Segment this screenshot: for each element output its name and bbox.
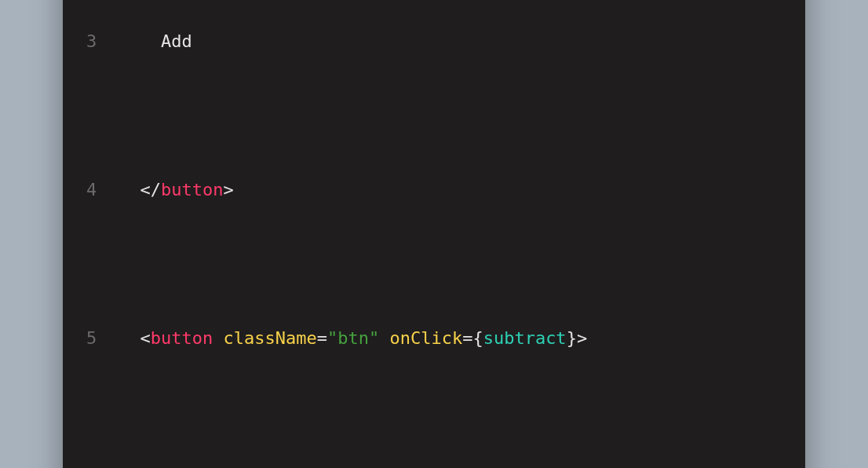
attr-classname: className [223,328,316,348]
indent [119,328,140,348]
punct-rbrace: } [567,328,577,348]
jsx-text-add: Add [161,31,192,51]
code-content: </button> [119,175,234,205]
space [213,328,223,348]
punct-lt: < [140,180,151,199]
line-number: 5 [86,324,119,353]
punct-gt: > [577,328,587,348]
line-number: 4 [86,175,119,205]
code-block: 1 <div> 2 <button className="btn" onClic… [86,0,782,468]
indent [119,180,140,199]
punct-lbrace: { [472,328,483,348]
code-line: 4 </button> [86,175,782,205]
punct-eq: = [317,328,327,348]
space [379,328,389,348]
punct-slash: / [151,180,161,199]
indent [119,31,161,51]
punct-gt: > [223,180,233,199]
punct-lt: < [140,328,151,348]
string-btn: "btn" [327,328,379,348]
code-line: 3 Add [86,27,782,57]
ident-subtract: subtract [483,328,567,348]
punct-eq: = [462,328,472,348]
code-content: Add [119,27,192,57]
line-number: 3 [86,27,119,57]
code-line: 5 <button className="btn" onClick={subtr… [86,324,782,353]
attr-onclick: onClick [389,328,462,348]
code-window: 1 <div> 2 <button className="btn" onClic… [63,0,805,468]
code-content: <button className="btn" onClick={subtrac… [119,324,587,353]
tag-button: button [161,180,223,199]
tag-button: button [151,328,213,348]
